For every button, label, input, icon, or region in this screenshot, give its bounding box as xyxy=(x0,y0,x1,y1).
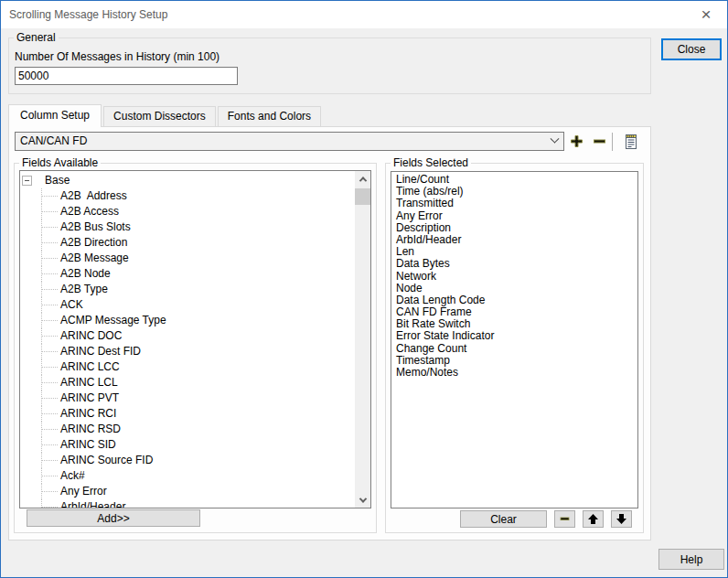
selected-item[interactable]: Node xyxy=(391,283,637,294)
remove-protocol-minus-icon[interactable] xyxy=(592,134,607,149)
tree-item[interactable]: ACK xyxy=(20,297,355,313)
tree-connector xyxy=(41,359,42,375)
tree-item[interactable]: A2B Address xyxy=(20,188,355,204)
help-button[interactable]: Help xyxy=(658,549,724,570)
protocol-combobox[interactable]: CAN/CAN FD xyxy=(15,132,564,151)
tree-connector xyxy=(41,468,42,484)
tree-connector xyxy=(41,235,42,251)
fields-available-legend: Fields Available xyxy=(19,156,101,169)
fields-selected-legend: Fields Selected xyxy=(391,156,471,169)
tree-item[interactable]: Ack# xyxy=(20,468,355,484)
tree-item[interactable]: ARINC PVT xyxy=(20,391,355,406)
selected-item[interactable]: Any Error xyxy=(391,210,637,222)
tree-item[interactable]: ACMP Message Type xyxy=(20,313,355,328)
tree-item-label: A2B Message xyxy=(60,251,129,266)
tree-item[interactable]: A2B Node xyxy=(20,266,355,282)
add-button[interactable]: Add>> xyxy=(27,509,200,527)
protocol-combobox-value: CAN/CAN FD xyxy=(20,134,87,147)
tree-item-label: ARINC Dest FID xyxy=(60,344,141,359)
toolbar-separator xyxy=(612,133,613,151)
tab-strip: Column Setup Custom Dissectors Fonts and… xyxy=(8,104,323,127)
tree-item-label: ArbId/Header xyxy=(60,499,125,508)
tree-connector xyxy=(41,344,42,359)
chevron-down-icon[interactable] xyxy=(546,133,563,150)
tree-item-label: ARINC RCI xyxy=(60,406,116,422)
tree-item[interactable]: Any Error xyxy=(20,484,355,499)
fields-available-tree[interactable]: Base A2B Address A2B Access xyxy=(19,170,371,508)
tab-column-setup[interactable]: Column Setup xyxy=(8,104,102,127)
move-up-icon[interactable] xyxy=(583,510,604,528)
selected-item[interactable]: Memo/Notes xyxy=(391,367,637,379)
selected-item[interactable]: Error State Indicator xyxy=(391,330,637,342)
collapse-minus-icon[interactable] xyxy=(22,176,32,186)
tree-connector xyxy=(41,204,42,219)
tree-item[interactable]: A2B Message xyxy=(20,251,355,266)
scrollbar-thumb[interactable] xyxy=(355,188,370,205)
selected-item[interactable]: Data Bytes xyxy=(391,258,637,270)
tree-item[interactable]: ARINC Dest FID xyxy=(20,344,355,359)
tree-item[interactable]: A2B Direction xyxy=(20,235,355,251)
tree-item-label: A2B Access xyxy=(60,204,119,219)
tree-item[interactable]: ARINC LCC xyxy=(20,359,355,375)
selected-item[interactable]: Description xyxy=(391,222,637,234)
tree-connector xyxy=(41,499,42,508)
tab-custom-dissectors[interactable]: Custom Dissectors xyxy=(103,106,216,126)
tree-item[interactable]: ARINC RSD xyxy=(20,422,355,437)
tree-item[interactable]: ArbId/Header xyxy=(20,499,355,508)
tree-connector xyxy=(41,484,42,499)
selected-item[interactable]: Network xyxy=(391,271,637,283)
selected-item[interactable]: Transmitted xyxy=(391,198,637,209)
tree-item-label: ARINC PVT xyxy=(60,391,119,406)
tree-connector xyxy=(41,422,42,437)
clear-button[interactable]: Clear xyxy=(460,510,547,528)
tree-children: A2B Address A2B Access A2B Bus Slots xyxy=(20,188,355,508)
tree-item-label: Any Error xyxy=(60,484,107,499)
tree-item-label: ACMP Message Type xyxy=(60,313,166,328)
close-button[interactable]: Close xyxy=(661,38,722,60)
message-count-input[interactable] xyxy=(15,67,238,85)
tree-item[interactable]: A2B Access xyxy=(20,204,355,219)
window-title: Scrolling Message History Setup xyxy=(9,8,167,21)
tree-item[interactable]: ARINC RCI xyxy=(20,406,355,422)
tree-item-label: ARINC DOC xyxy=(60,328,122,344)
tree-item-label: A2B Type xyxy=(60,282,108,297)
tree-item-label: ARINC LCC xyxy=(60,359,120,375)
scroll-up-icon[interactable] xyxy=(355,171,370,187)
tree-scrollbar[interactable] xyxy=(355,171,370,508)
move-down-icon[interactable] xyxy=(611,510,632,528)
add-protocol-plus-icon[interactable] xyxy=(569,134,584,149)
selected-item[interactable]: Change Count xyxy=(391,343,637,355)
tree-connector xyxy=(41,282,42,297)
tree-item[interactable]: A2B Type xyxy=(20,282,355,297)
tree-item[interactable]: ARINC Source FID xyxy=(20,453,355,468)
tree-item[interactable]: ARINC SID xyxy=(20,437,355,453)
tree-item-label: A2B Node xyxy=(60,266,111,282)
close-icon[interactable]: × xyxy=(695,5,717,25)
tree-rows: Base A2B Address A2B Access xyxy=(20,173,355,508)
tree-root-label: Base xyxy=(45,173,70,188)
selected-item[interactable]: ArbId/Header xyxy=(391,234,637,246)
general-group: General Number Of Messages in History (m… xyxy=(8,37,651,94)
tree-item-label: A2B Bus Slots xyxy=(60,219,131,235)
scroll-down-icon[interactable] xyxy=(355,492,370,508)
tree-item[interactable]: ARINC DOC xyxy=(20,328,355,344)
tree-item-label: A2B Address xyxy=(60,188,127,204)
tree-connector xyxy=(41,453,42,468)
notepad-icon[interactable] xyxy=(623,132,639,151)
general-group-legend: General xyxy=(14,31,59,44)
tree-connector xyxy=(41,313,42,328)
remove-selected-minus-icon[interactable] xyxy=(554,510,575,528)
tree-item[interactable]: ARINC LCL xyxy=(20,375,355,391)
tree-connector xyxy=(41,437,42,453)
tree-root-node[interactable]: Base xyxy=(20,173,355,188)
tree-item-label: A2B Direction xyxy=(60,235,127,251)
fields-selected-list[interactable]: Line/Count Time (abs/rel) Transmitted An… xyxy=(391,171,638,508)
tree-item[interactable]: A2B Bus Slots xyxy=(20,219,355,235)
tree-item-label: ARINC Source FID xyxy=(60,453,153,468)
tab-fonts-and-colors[interactable]: Fonts and Colors xyxy=(218,106,321,126)
tree-connector xyxy=(41,297,42,313)
tree-item-label: ACK xyxy=(60,297,83,313)
tree-connector xyxy=(41,188,42,204)
tree-connector xyxy=(41,219,42,235)
tree-connector xyxy=(41,251,42,266)
